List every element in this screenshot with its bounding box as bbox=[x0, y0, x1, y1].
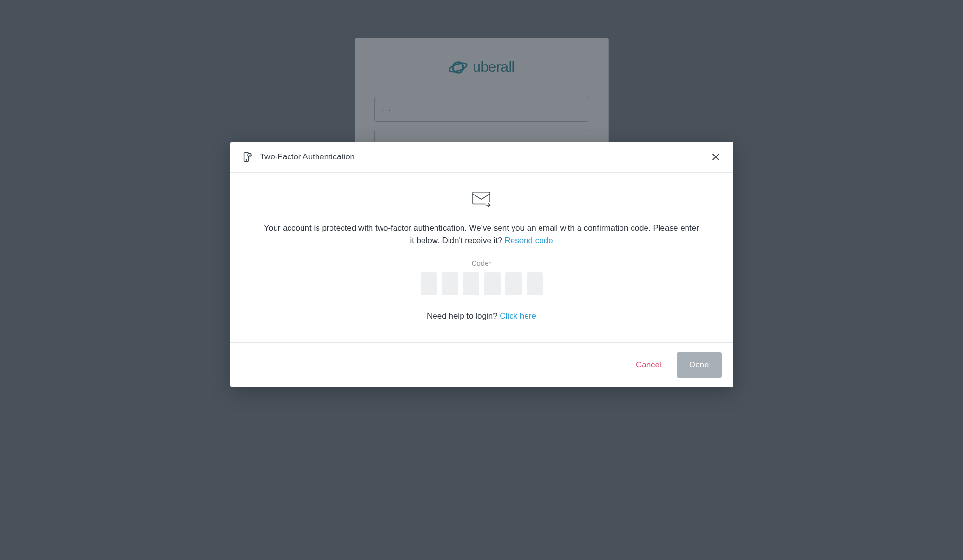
modal-header: Two-Factor Authentication bbox=[230, 142, 733, 173]
help-text: Need help to login? Click here bbox=[253, 312, 710, 321]
resend-code-link[interactable]: Resend code bbox=[504, 236, 553, 245]
code-digit-6[interactable] bbox=[527, 272, 543, 295]
done-button[interactable]: Done bbox=[677, 352, 722, 378]
code-digit-1[interactable] bbox=[421, 272, 437, 295]
envelope-send-icon bbox=[472, 190, 492, 208]
help-link[interactable]: Click here bbox=[500, 312, 536, 321]
modal-title: Two-Factor Authentication bbox=[260, 152, 355, 162]
code-digit-3[interactable] bbox=[463, 272, 479, 295]
cancel-button[interactable]: Cancel bbox=[628, 354, 669, 376]
code-field-label: Code* bbox=[253, 259, 710, 267]
svg-point-3 bbox=[246, 160, 246, 160]
modal-body: Your account is protected with two-facto… bbox=[230, 173, 733, 342]
close-button[interactable] bbox=[710, 151, 722, 163]
modal-footer: Cancel Done bbox=[230, 342, 733, 387]
code-digit-4[interactable] bbox=[484, 272, 501, 295]
code-input-group bbox=[253, 272, 710, 295]
close-icon bbox=[712, 153, 720, 161]
phone-auth-icon bbox=[242, 152, 252, 162]
instruction-text-content: Your account is protected with two-facto… bbox=[264, 223, 699, 245]
two-factor-modal: Two-Factor Authentication Your account i… bbox=[230, 142, 733, 387]
help-text-content: Need help to login? bbox=[427, 312, 500, 321]
code-digit-2[interactable] bbox=[442, 272, 458, 295]
modal-header-left: Two-Factor Authentication bbox=[242, 152, 355, 162]
instruction-text: Your account is protected with two-facto… bbox=[263, 222, 701, 247]
code-digit-5[interactable] bbox=[505, 272, 522, 295]
